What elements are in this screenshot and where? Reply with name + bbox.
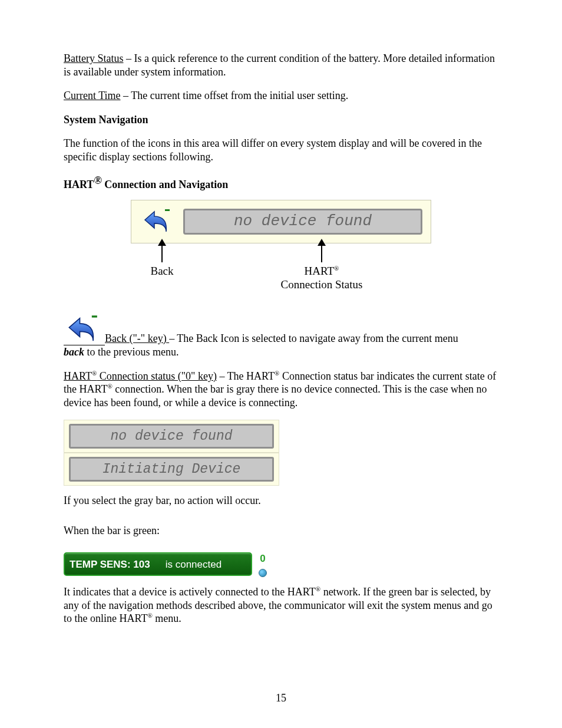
page-number: 15 [0,691,562,705]
green-status-bar-wrap: TEMP SENS: 103 is connected 0 [64,552,270,578]
green-side-indicators: 0 [256,552,270,578]
globe-icon [259,569,267,577]
gray-bar-note: If you select the gray bar, no action wi… [64,494,498,508]
svg-rect-1 [92,316,97,318]
hart-nav-figure: no device found Back HART® Connection St… [131,200,431,292]
current-time-label: Current Time [64,90,121,101]
back-arrow-callout: Back [135,246,189,292]
green-bar-intro: When the bar is green: [64,524,498,538]
battery-status-text: – Is a quick reference to the current co… [64,52,495,78]
system-navigation-para: The function of the icons in this area w… [64,137,498,163]
system-navigation-heading: System Navigation [64,113,498,127]
connected-device-name: TEMP SENS: 103 [70,558,150,571]
current-time-definition: Current Time – The current time offset f… [64,89,498,103]
hart-connection-heading: HART® Connection and Navigation [64,174,498,192]
back-icon-inline[interactable] [64,311,105,345]
back-arrow-label: Back [150,265,173,278]
hart-status-bar-green[interactable]: TEMP SENS: 103 is connected [64,552,252,576]
back-definition-row: Back ("-" key) – The Back Icon is select… [64,311,498,345]
connected-status-text: is connected [166,558,222,571]
hart-nav-bar-area: no device found [131,200,431,243]
back-icon[interactable] [140,205,174,239]
back-key-label: Back ("-" key) [105,332,169,344]
hart-status-definition: HART® Connection status ("0" key) – The … [64,370,498,410]
hart-address-badge: 0 [260,554,265,564]
svg-rect-0 [165,209,170,211]
status-bar-initiating[interactable]: Initiating Device [69,457,274,482]
battery-status-label: Battery Status [64,52,124,64]
status-arrow-callout: HART® Connection Status [212,246,431,292]
status-arrow-label: HART® Connection Status [281,265,363,292]
current-time-text: – The current time offset from the initi… [121,90,349,101]
status-bar-no-device[interactable]: no device found [69,424,274,449]
battery-status-definition: Battery Status – Is a quick reference to… [64,52,498,78]
green-bar-paragraph: It indicates that a device is actively c… [64,585,498,625]
hart-status-bar-gray[interactable]: no device found [183,209,422,235]
back-definition-line2: back to the previous menu. [64,345,498,359]
gray-status-bars: no device found Initiating Device [64,420,498,486]
